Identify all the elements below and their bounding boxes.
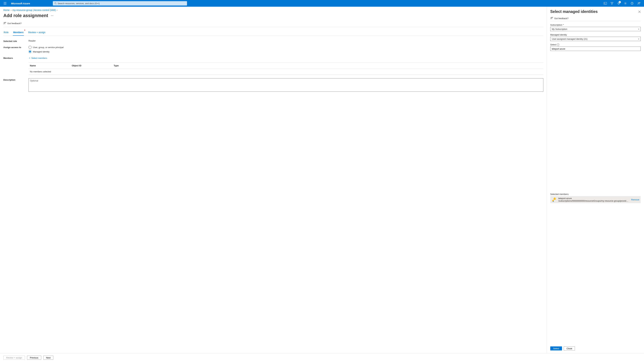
feedback-button[interactable] — [636, 0, 642, 7]
panel-close-button[interactable] — [638, 10, 641, 13]
tab-label: Role — [4, 31, 8, 34]
person-feedback-icon — [3, 22, 6, 25]
selected-member-path: /subscriptions/0000000000/resourceGroups… — [558, 200, 630, 202]
cloud-shell-icon — [604, 2, 607, 4]
col-header-name: Name — [30, 64, 72, 67]
person-feedback-icon — [638, 2, 640, 5]
help-button[interactable] — [629, 0, 635, 7]
panel-title: Select managed identities — [550, 9, 598, 14]
hamburger-icon — [4, 2, 6, 4]
review-assign-button: Review + assign — [3, 356, 25, 360]
global-search-input[interactable] — [58, 2, 185, 5]
svg-point-14 — [551, 17, 552, 18]
tab-role[interactable]: Role — [3, 30, 9, 36]
managed-identity-value: User-assigned managed identity (21) — [552, 38, 588, 40]
divider — [3, 27, 544, 27]
previous-button[interactable]: Previous — [27, 356, 41, 360]
notification-badge: 1 — [619, 1, 621, 3]
description-textarea[interactable] — [28, 78, 544, 92]
svg-point-11 — [4, 22, 5, 23]
feedback-link[interactable]: Got feedback? — [3, 22, 22, 25]
settings-button[interactable] — [622, 0, 628, 7]
description-label: Description — [3, 78, 28, 81]
chevron-down-icon: ▾ — [638, 28, 639, 30]
topbar: Microsoft Azure 1 — [0, 0, 644, 7]
notifications-button[interactable]: 1 — [616, 0, 622, 7]
selected-member-row: teleport-azure /subscriptions/0000000000… — [550, 196, 641, 203]
tab-members[interactable]: Members — [13, 30, 24, 36]
gear-icon — [624, 2, 627, 5]
managed-identity-icon — [552, 197, 556, 202]
select-label: Select — [550, 43, 556, 46]
tab-label: Review + assign — [28, 31, 45, 34]
panel-select-button[interactable]: Select — [550, 347, 562, 351]
breadcrumb: Home › my-resource-group | Access contro… — [3, 9, 544, 11]
tab-indicator-dot — [24, 30, 25, 30]
svg-point-7 — [625, 3, 626, 4]
members-empty-text: No members selected — [30, 70, 72, 73]
svg-line-4 — [56, 4, 56, 4]
divider — [28, 75, 544, 75]
global-search[interactable] — [53, 1, 187, 5]
remove-member-button[interactable]: Remove — [631, 198, 639, 201]
panel-close-button-footer[interactable]: Close — [564, 347, 575, 351]
svg-point-9 — [632, 4, 632, 4]
chevron-right-icon: › — [57, 9, 58, 11]
svg-point-16 — [555, 198, 556, 199]
plus-icon: ＋ — [28, 56, 31, 59]
page-title: Add role assignment — [3, 13, 48, 18]
subscription-label: Subscription * — [550, 24, 641, 26]
search-icon — [54, 2, 57, 4]
filter-button[interactable] — [609, 0, 615, 7]
col-header-type: Type — [114, 64, 542, 67]
selected-role-label: Selected role — [3, 39, 28, 42]
select-search-input[interactable] — [552, 48, 639, 50]
svg-rect-5 — [604, 2, 607, 4]
person-feedback-icon — [550, 17, 553, 19]
chevron-right-icon: › — [10, 9, 12, 11]
selected-role-value: Reader — [28, 39, 544, 42]
managed-identity-label: Managed identity — [550, 33, 641, 36]
subscription-value: My Subscription — [552, 28, 567, 30]
panel-feedback-label: Got feedback? — [554, 17, 568, 19]
radio-user-group[interactable]: User, group, or service principal — [28, 46, 544, 49]
selected-members-label: Selected members: — [550, 193, 641, 195]
tab-label: Members — [13, 31, 24, 34]
wizard-footer: Review + assign Previous Next — [0, 353, 644, 362]
hamburger-menu-button[interactable] — [2, 0, 8, 7]
main-content: Home › my-resource-group | Access contro… — [0, 7, 547, 353]
radio-label: User, group, or service principal — [33, 46, 64, 49]
select-members-button[interactable]: ＋ Select members — [28, 56, 47, 59]
chevron-down-icon: ▾ — [638, 38, 639, 40]
select-identities-panel: Select managed identities Got feedback? … — [547, 7, 644, 353]
cloud-shell-button[interactable] — [602, 0, 608, 7]
radio-icon — [28, 50, 32, 53]
filter-icon — [611, 2, 613, 5]
panel-feedback-link[interactable]: Got feedback? — [550, 17, 568, 19]
select-members-label: Select members — [31, 57, 47, 59]
svg-point-3 — [55, 2, 56, 4]
help-icon — [631, 2, 634, 5]
info-icon[interactable]: i — [557, 43, 559, 46]
breadcrumb-item[interactable]: my-resource-group | Access control (IAM) — [12, 9, 56, 11]
selected-member-name: teleport-azure — [558, 197, 630, 200]
tab-review-assign[interactable]: Review + assign — [28, 30, 46, 36]
brand-label[interactable]: Microsoft Azure — [10, 2, 31, 5]
more-actions-button[interactable]: ··· — [50, 14, 54, 17]
managed-identity-select[interactable]: User-assigned managed identity (21) ▾ — [550, 37, 641, 41]
subscription-select[interactable]: My Subscription ▾ — [550, 27, 641, 31]
col-header-objectid: Object ID — [72, 64, 114, 67]
radio-label: Managed identity — [33, 50, 50, 53]
next-button[interactable]: Next — [43, 356, 54, 360]
select-search-box[interactable] — [550, 46, 641, 51]
close-icon — [638, 10, 641, 13]
svg-point-10 — [638, 2, 639, 3]
assign-access-label: Assign access to — [3, 46, 28, 49]
radio-managed-identity[interactable]: Managed identity — [28, 50, 544, 53]
feedback-label: Got feedback? — [8, 22, 22, 25]
members-label: Members — [3, 56, 28, 59]
tabs: Role Members Review + assign — [3, 30, 544, 36]
svg-point-15 — [554, 198, 556, 200]
radio-icon — [28, 46, 32, 49]
breadcrumb-item[interactable]: Home — [3, 9, 10, 11]
